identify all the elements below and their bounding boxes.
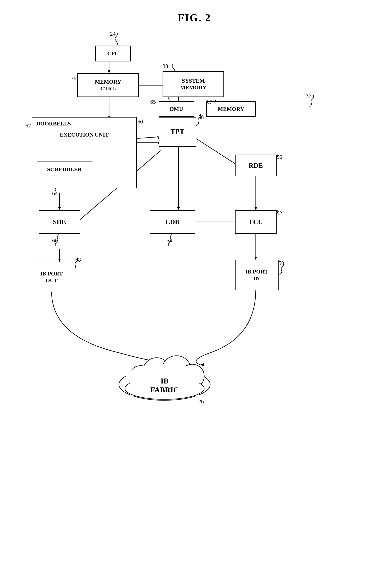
memory-ctrl-box: MEMORYCTRL bbox=[77, 73, 139, 97]
svg-line-12 bbox=[133, 137, 161, 139]
ib-port-out-box: IB PORTOUT bbox=[28, 262, 75, 292]
ref-58: 58 bbox=[198, 114, 204, 120]
ref-62: 62 bbox=[25, 123, 31, 129]
figure-title: FIG. 2 bbox=[178, 12, 211, 24]
ref-26: 26 bbox=[198, 398, 204, 405]
svg-marker-1 bbox=[108, 70, 110, 73]
dmu-box: DMU bbox=[159, 101, 194, 117]
ref-52: 52 bbox=[277, 210, 282, 217]
ref-54: 54 bbox=[166, 237, 172, 244]
ref-60: 60 bbox=[137, 119, 143, 125]
svg-marker-29 bbox=[254, 257, 257, 260]
ref-67: 67 bbox=[207, 99, 212, 105]
svg-text:IB: IB bbox=[161, 377, 168, 385]
ref-56: 56 bbox=[277, 154, 282, 160]
ref-24: 24 bbox=[110, 31, 116, 37]
ref-38: 38 bbox=[162, 63, 168, 69]
svg-marker-21 bbox=[58, 259, 61, 262]
ref-65: 65 bbox=[150, 99, 156, 105]
ref-68: 68 bbox=[75, 257, 81, 263]
ref-36: 36 bbox=[71, 75, 76, 82]
svg-text:FABRIC: FABRIC bbox=[151, 386, 179, 394]
svg-marker-17 bbox=[177, 207, 180, 210]
svg-line-14 bbox=[196, 139, 238, 165]
svg-marker-19 bbox=[58, 207, 61, 210]
sde-box: SDE bbox=[39, 210, 80, 234]
tcu-box: TCU bbox=[235, 210, 277, 234]
ref-50: 50 bbox=[279, 260, 284, 266]
diagram-container: FIG. 2 bbox=[0, 0, 389, 588]
ref-64: 64 bbox=[52, 190, 58, 197]
ldb-box: LDB bbox=[150, 210, 195, 234]
memory-box: MEMORY bbox=[206, 101, 256, 117]
cpu-box: CPU bbox=[95, 46, 131, 62]
svg-marker-27 bbox=[254, 207, 257, 210]
ref-22: 22 bbox=[305, 93, 311, 99]
ib-port-in-box: IB PORTIN bbox=[235, 260, 279, 290]
rde-box: RDE bbox=[235, 155, 277, 176]
ref-66: 66 bbox=[52, 237, 58, 244]
system-memory-box: SYSTEMMEMORY bbox=[162, 71, 224, 97]
ib-fabric-cloud: IB FABRIC bbox=[115, 341, 214, 404]
execution-unit-outer-box: DOORBELLS EXECUTION UNIT bbox=[32, 117, 137, 188]
scheduler-box: SCHEDULER bbox=[37, 161, 92, 177]
tpt-box: TPT bbox=[159, 117, 196, 147]
